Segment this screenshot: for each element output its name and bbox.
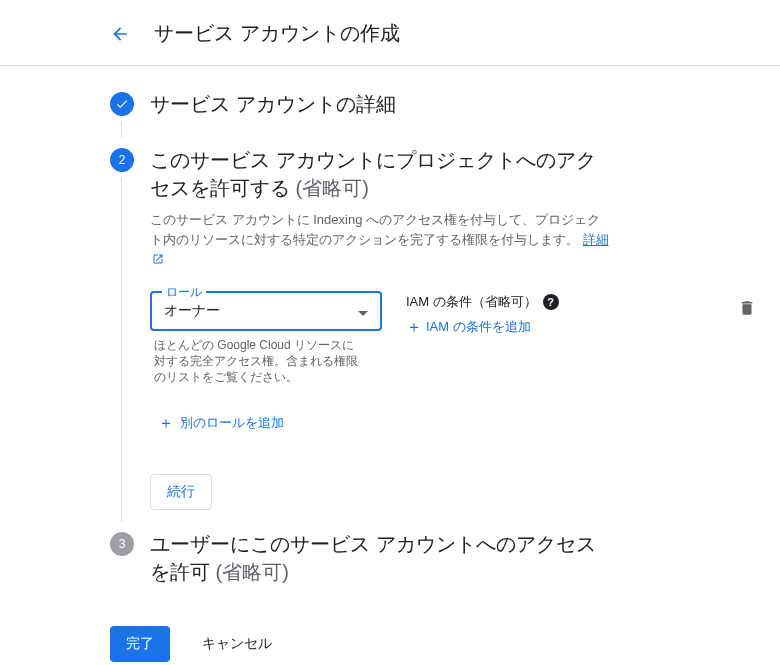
step-3-indicator: 3 <box>110 530 150 606</box>
step-2-title-text: このサービス アカウントにプロジェクトへのアクセスを許可する <box>150 149 596 199</box>
page-title: サービス アカウントの作成 <box>154 20 400 47</box>
external-link-icon <box>152 251 164 271</box>
add-condition-label: IAM の条件を追加 <box>426 318 531 336</box>
role-help-text: ほとんどの Google Cloud リソースに対する完全アクセス権。含まれる権… <box>150 337 370 385</box>
step-3-optional: (省略可) <box>216 561 289 583</box>
plus-icon: ＋ <box>158 413 174 434</box>
iam-condition-label: IAM の条件（省略可） <box>406 293 537 311</box>
step-1-indicator <box>110 90 150 138</box>
step-1: サービス アカウントの詳細 <box>110 90 756 138</box>
footer-actions: 完了 キャンセル <box>110 626 756 662</box>
iam-condition-header: IAM の条件（省略可） ? <box>406 293 559 311</box>
role-field: ロール オーナー ほとんどの Google Cloud リソースに対する完全アク… <box>150 291 382 385</box>
step-connector <box>121 122 122 138</box>
step-2-number: 2 <box>110 148 134 172</box>
step-3: 3 ユーザーにこのサービス アカウントへのアクセスを許可 (省略可) <box>110 530 756 606</box>
step-2-title: このサービス アカウントにプロジェクトへのアクセスを許可する (省略可) <box>150 146 610 202</box>
step-2-description: このサービス アカウントに Indexing へのアクセス権を付与して、プロジェ… <box>150 210 610 271</box>
step-3-title[interactable]: ユーザーにこのサービス アカウントへのアクセスを許可 (省略可) <box>150 530 610 586</box>
add-another-role-button[interactable]: ＋ 別のロールを追加 <box>158 413 756 434</box>
add-another-role-label: 別のロールを追加 <box>180 414 284 432</box>
step-1-title[interactable]: サービス アカウントの詳細 <box>150 90 610 118</box>
continue-button[interactable]: 続行 <box>150 474 212 510</box>
step-connector <box>121 178 122 522</box>
add-condition-button[interactable]: ＋ IAM の条件を追加 <box>406 317 559 338</box>
help-icon[interactable]: ? <box>543 294 559 310</box>
plus-icon: ＋ <box>406 317 422 338</box>
step-2-desc-text: このサービス アカウントに Indexing へのアクセス権を付与して、プロジェ… <box>150 212 600 247</box>
step-2: 2 このサービス アカウントにプロジェクトへのアクセスを許可する (省略可) こ… <box>110 146 756 522</box>
step-2-optional: (省略可) <box>296 177 369 199</box>
role-row: ロール オーナー ほとんどの Google Cloud リソースに対する完全アク… <box>150 291 756 385</box>
chevron-down-icon <box>358 302 368 320</box>
step-2-indicator: 2 <box>110 146 150 522</box>
cancel-button[interactable]: キャンセル <box>186 626 288 662</box>
back-arrow-icon[interactable] <box>110 24 130 44</box>
page-header: サービス アカウントの作成 <box>0 0 780 66</box>
content: サービス アカウントの詳細 2 このサービス アカウントにプロジェクトへのアクセ… <box>0 66 780 665</box>
done-button[interactable]: 完了 <box>110 626 170 662</box>
step-3-number: 3 <box>110 532 134 556</box>
iam-condition-column: IAM の条件（省略可） ? ＋ IAM の条件を追加 <box>406 291 559 338</box>
role-label: ロール <box>162 284 206 301</box>
role-value: オーナー <box>164 302 358 320</box>
delete-role-button[interactable] <box>738 299 756 321</box>
check-icon <box>110 92 134 116</box>
details-link-text: 詳細 <box>583 232 609 247</box>
role-select[interactable]: ロール オーナー <box>150 291 382 331</box>
